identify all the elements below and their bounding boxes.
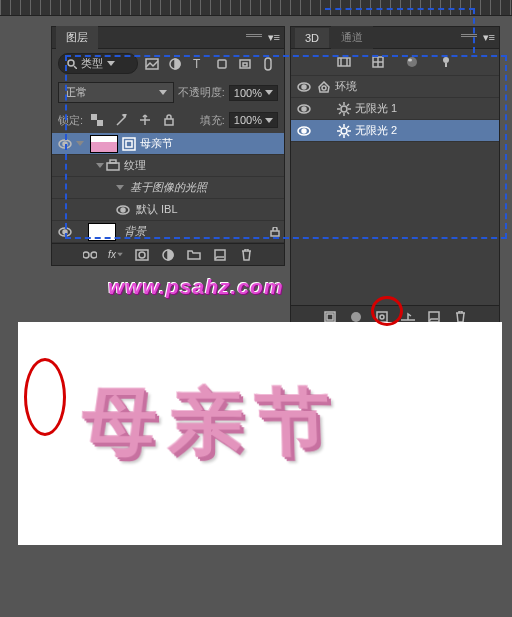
adjustment-icon[interactable] — [158, 246, 178, 264]
svg-rect-65 — [327, 314, 333, 320]
link-icon[interactable] — [80, 246, 100, 264]
trash-icon[interactable] — [236, 246, 256, 264]
folder-icon[interactable] — [184, 246, 204, 264]
panel-menu-icon[interactable]: ▾≡ — [483, 31, 495, 44]
fx-icon[interactable]: fx — [106, 246, 126, 264]
svg-point-26 — [139, 252, 145, 258]
tab-3d[interactable]: 3D — [295, 28, 329, 48]
3d-ground-plane — [65, 55, 507, 239]
3d-ground-plane — [325, 8, 475, 53]
annotation-ellipse — [371, 296, 403, 326]
svg-rect-23 — [83, 252, 89, 258]
watermark: www.psahz.com — [108, 275, 284, 299]
tab-layers[interactable]: 图层 — [56, 26, 98, 49]
collapse-icon[interactable] — [246, 34, 262, 42]
mask-icon[interactable] — [132, 246, 152, 264]
panel-menu-icon[interactable]: ▾≡ — [268, 31, 280, 44]
layers-footer: fx — [52, 243, 284, 265]
svg-rect-24 — [91, 252, 97, 258]
new-layer-icon[interactable] — [210, 246, 230, 264]
annotation-ellipse — [24, 358, 66, 436]
panel-header: 图层 ▾≡ — [52, 27, 284, 49]
3d-text-render: 母亲节 — [80, 375, 344, 473]
svg-point-66 — [351, 312, 361, 322]
